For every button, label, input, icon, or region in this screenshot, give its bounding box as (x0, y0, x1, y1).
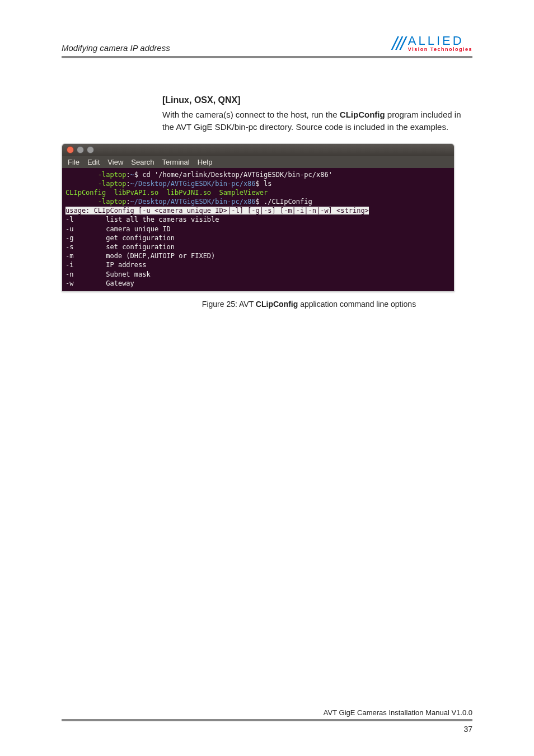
brand-logo: /// ALLIED Vision Technologies (392, 34, 472, 53)
caption-suffix: application command line options (298, 300, 416, 309)
footer-text: AVT GigE Cameras Installation Manual V1.… (62, 708, 472, 717)
footer: AVT GigE Cameras Installation Manual V1.… (62, 708, 472, 734)
terminal-window: File Edit View Search Terminal Help -lap… (62, 143, 455, 292)
caption-bold: CLipConfig (256, 300, 298, 309)
logo-text: ALLIED Vision Technologies (408, 35, 472, 52)
menu-edit[interactable]: Edit (87, 158, 100, 166)
logo-slashes-icon: /// (392, 34, 404, 53)
terminal-menubar: File Edit View Search Terminal Help (62, 156, 454, 168)
page: Modifying camera IP address /// ALLIED V… (0, 0, 534, 756)
section-paragraph: With the camera(s) connect to the host, … (162, 109, 472, 133)
section-heading: [Linux, OSX, QNX] (162, 95, 472, 105)
terminal-output[interactable]: -laptop:~$ cd '/home/arlink/Desktop/AVTG… (62, 168, 454, 291)
caption-prefix: Figure 25: AVT (202, 300, 256, 309)
page-number: 37 (62, 725, 472, 734)
main-content: [Linux, OSX, QNX] With the camera(s) con… (162, 95, 472, 309)
close-icon[interactable] (67, 146, 74, 153)
paragraph-bold: CLipConfig (340, 110, 385, 119)
paragraph-part1: With the camera(s) connect to the host, … (162, 110, 340, 119)
minimize-icon[interactable] (77, 146, 84, 153)
header: Modifying camera IP address /// ALLIED V… (62, 34, 472, 58)
menu-terminal[interactable]: Terminal (162, 158, 190, 166)
menu-search[interactable]: Search (131, 158, 154, 166)
logo-top: ALLIED (408, 35, 472, 47)
terminal-titlebar (62, 144, 454, 156)
menu-file[interactable]: File (68, 158, 79, 166)
menu-view[interactable]: View (107, 158, 123, 166)
header-title: Modifying camera IP address (62, 43, 170, 53)
footer-divider (62, 719, 472, 721)
logo-bottom: Vision Technologies (408, 47, 472, 52)
figure-caption: Figure 25: AVT CLipConfig application co… (146, 300, 472, 309)
menu-help[interactable]: Help (198, 158, 213, 166)
maximize-icon[interactable] (87, 146, 94, 153)
